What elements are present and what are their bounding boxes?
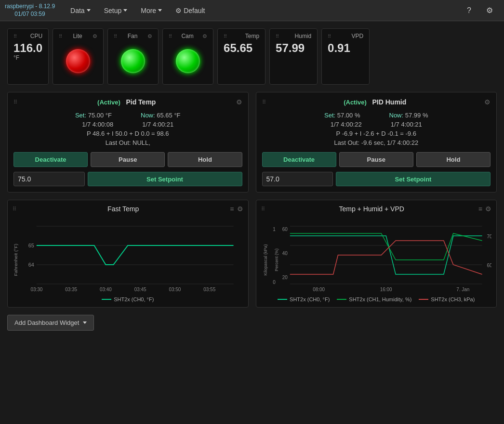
- tile-drag-fan: ⠿: [114, 34, 118, 39]
- tile-value-vpd: 0.91: [328, 42, 363, 54]
- gear-icon-cam[interactable]: ⚙: [202, 33, 207, 39]
- gear-icon-pid-humid[interactable]: ⚙: [484, 98, 491, 106]
- tile-indicator-cam: [169, 42, 207, 80]
- tile-drag-lite: ⠿: [59, 34, 63, 39]
- pid-humid-panel: ⠿ (Active) PID Humid ⚙ Set: 57.00 % Now:…: [256, 92, 497, 193]
- tile-value-cpu: 116.0: [13, 42, 42, 54]
- svg-text:64: 64: [28, 262, 34, 268]
- sensor-tile-temp: ⠿ Temp 65.65: [217, 28, 265, 85]
- gear-icon: ⚙: [175, 7, 182, 14]
- gear-icon-fast-temp[interactable]: ⚙: [237, 205, 243, 213]
- tile-drag-cpu: ⠿: [13, 34, 17, 39]
- nav-right: ? ⚙: [462, 3, 499, 17]
- svg-text:7. Jan: 7. Jan: [456, 287, 469, 292]
- add-dashboard-widget-button[interactable]: Add Dashboard Widget: [7, 315, 94, 331]
- tile-header-temp: ⠿ Temp: [224, 33, 259, 39]
- pid-temp-deactivate-button[interactable]: Deactivate: [13, 152, 88, 167]
- legend-color-kpa: [419, 299, 428, 300]
- svg-text:Percent (%): Percent (%): [274, 248, 279, 271]
- pid-temp-drag: ⠿: [13, 99, 17, 105]
- tile-label-humid: Humid: [294, 33, 311, 39]
- pid-humid-setpoint-button[interactable]: Set Setpoint: [336, 172, 491, 186]
- chart-fast-temp-svg: 65 64 03:30 03:35 03:40 03:45 03:50 03:5…: [13, 217, 243, 294]
- chart-fast-temp-panel: ⠿ Fast Temp ≡ ⚙ 65 64 03: [7, 200, 249, 308]
- pid-temp-setpoint-button[interactable]: Set Setpoint: [88, 172, 242, 186]
- svg-text:03:45: 03:45: [134, 287, 146, 292]
- svg-text:03:35: 03:35: [65, 287, 77, 292]
- chart-row: ⠿ Fast Temp ≡ ⚙ 65 64 03: [7, 200, 497, 308]
- pid-humid-setpoint-input[interactable]: [262, 172, 333, 186]
- nav-brand: raspberrypi - 8.12.9 01/07 03:59: [5, 3, 55, 18]
- legend-item-kpa: SHT2x (CH3, kPa): [419, 296, 475, 302]
- pid-temp-stat-row1: Set: 75.00 °F Now: 65.65 °F: [13, 112, 242, 119]
- svg-text:03:40: 03:40: [100, 287, 112, 292]
- pid-humid-last-out: Last Out: -9.6 sec, 1/7 4:00:22: [262, 139, 491, 146]
- pid-temp-hold-button[interactable]: Hold: [168, 152, 242, 167]
- tile-indicator-fan: [114, 42, 152, 80]
- legend-color-0: [102, 299, 111, 300]
- svg-text:60: 60: [282, 227, 288, 232]
- nav-data[interactable]: Data: [65, 4, 96, 17]
- pid-temp-stat-row2: 1/7 4:00:08 1/7 4:00:21: [13, 121, 242, 128]
- sensor-tiles-row: ⠿ CPU 116.0 °F ⠿ Lite ⚙ ⠿ Fan ⚙: [7, 28, 497, 85]
- pid-row: ⠿ (Active) Pid Temp ⚙ Set: 75.00 °F Now:…: [7, 92, 497, 193]
- svg-text:Fahrenheit (°F): Fahrenheit (°F): [13, 244, 18, 276]
- sensor-tile-cpu: ⠿ CPU 116.0 °F: [7, 28, 49, 85]
- svg-text:03:50: 03:50: [169, 287, 181, 292]
- pid-temp-calc: P 48.6 + I 50.0 + D 0.0 = 98.6: [13, 130, 242, 137]
- add-widget-row: Add Dashboard Widget: [7, 315, 497, 331]
- pid-temp-setpoint-wrapper: [13, 172, 85, 186]
- pid-temp-panel: ⠿ (Active) Pid Temp ⚙ Set: 75.00 °F Now:…: [7, 92, 249, 193]
- tile-value-humid: 57.99: [276, 42, 311, 54]
- gear-icon-combined[interactable]: ⚙: [485, 205, 491, 213]
- help-icon: ?: [467, 6, 471, 15]
- pid-humid-setpoint-wrapper: [262, 172, 333, 186]
- pid-temp-setpoint-row: Set Setpoint: [13, 172, 242, 186]
- tile-label-temp: Temp: [245, 33, 259, 39]
- svg-rect-0: [13, 217, 243, 294]
- gear-icon-pid-temp[interactable]: ⚙: [236, 98, 242, 106]
- chart-combined-title: Temp + Humid + VPD: [265, 205, 478, 213]
- pid-humid-stat-row1: Set: 57.00 % Now: 57.99 %: [262, 112, 491, 119]
- chart-combined-container: Kilopascal (kPa) 1 0 Percent (%) 60 40 2…: [261, 217, 492, 294]
- nav-more[interactable]: More: [135, 4, 168, 17]
- nav-setup[interactable]: Setup: [98, 4, 133, 17]
- tile-unit-cpu: °F: [13, 54, 42, 61]
- pid-humid-stats: Set: 57.00 % Now: 57.99 % 1/7 4:00:22 1/…: [262, 112, 491, 146]
- pid-humid-hold-button[interactable]: Hold: [416, 152, 491, 167]
- nav-settings-button[interactable]: ⚙: [481, 3, 499, 17]
- sensor-tile-humid: ⠿ Humid 57.99: [269, 28, 318, 85]
- nav-help-button[interactable]: ?: [462, 4, 477, 17]
- tile-header-cpu: ⠿ CPU: [13, 33, 42, 39]
- pid-humid-pause-button[interactable]: Pause: [339, 152, 413, 167]
- svg-text:70: 70: [487, 234, 491, 239]
- svg-text:08:00: 08:00: [313, 287, 325, 292]
- tile-label-lite: Lite: [73, 33, 82, 39]
- pid-humid-deactivate-button[interactable]: Deactivate: [262, 152, 336, 167]
- list-icon-fast-temp[interactable]: ≡: [230, 205, 234, 213]
- pid-humid-title: (Active) PID Humid: [266, 98, 485, 106]
- list-icon-combined[interactable]: ≡: [478, 205, 482, 213]
- chevron-down-icon: [83, 321, 87, 324]
- pid-temp-pause-button[interactable]: Pause: [91, 152, 165, 167]
- pid-humid-buttons: Deactivate Pause Hold: [262, 152, 491, 167]
- tile-indicator-lite: [59, 42, 97, 80]
- settings-icon: ⚙: [486, 6, 493, 15]
- tile-label-fan: Fan: [128, 33, 138, 39]
- svg-text:16:00: 16:00: [380, 287, 392, 292]
- tile-header-fan: ⠿ Fan ⚙: [114, 33, 152, 39]
- chevron-down-icon: [123, 9, 127, 12]
- gear-icon-lite[interactable]: ⚙: [93, 33, 97, 39]
- tile-label-cam: Cam: [181, 33, 193, 39]
- sensor-tile-cam: ⠿ Cam ⚙: [162, 28, 213, 85]
- svg-text:20: 20: [282, 275, 288, 280]
- gear-icon-fan[interactable]: ⚙: [147, 33, 152, 39]
- pid-temp-setpoint-input[interactable]: [13, 172, 85, 186]
- pid-temp-stats: Set: 75.00 °F Now: 65.65 °F 1/7 4:00:08 …: [13, 112, 242, 146]
- indicator-green-fan: [121, 49, 145, 73]
- sensor-tile-vpd: ⠿ VPD 0.91: [321, 28, 370, 85]
- chart-combined-panel: ⠿ Temp + Humid + VPD ≡ ⚙ Kilopascal (kPa…: [256, 200, 497, 308]
- svg-text:60: 60: [487, 263, 491, 268]
- nav-default-button[interactable]: ⚙ Default: [170, 4, 211, 17]
- tile-header-cam: ⠿ Cam ⚙: [169, 33, 207, 39]
